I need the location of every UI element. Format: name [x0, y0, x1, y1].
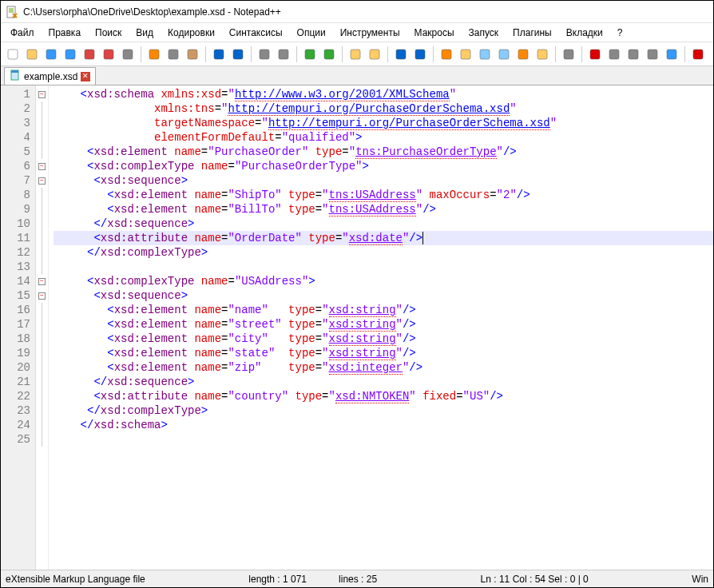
- menu-опции[interactable]: Опции: [291, 26, 332, 40]
- line-number: 6: [1, 159, 35, 173]
- fold-toggle-icon[interactable]: −: [38, 91, 46, 98]
- title-bar[interactable]: C:\Users\orpha\OneDrive\Desktop\example.…: [1, 1, 713, 23]
- code-line[interactable]: targetNamespace="http://tempuri.org/Purc…: [54, 116, 713, 130]
- svg-rect-14: [279, 50, 288, 59]
- zoom-in-icon[interactable]: [301, 46, 319, 63]
- func-list-icon[interactable]: [514, 46, 532, 63]
- copy-icon[interactable]: [165, 46, 182, 63]
- code-line[interactable]: elementFormDefault="qualified">: [54, 130, 713, 145]
- close-icon[interactable]: [81, 46, 98, 63]
- code-line[interactable]: </xsd:complexType>: [54, 403, 713, 418]
- indent-guide-icon[interactable]: [438, 46, 455, 63]
- monitor-icon[interactable]: [560, 46, 577, 63]
- sync-v-icon[interactable]: [347, 46, 364, 63]
- code-line[interactable]: <xsd:element name="street" type="xsd:str…: [54, 317, 713, 332]
- spellcheck-icon[interactable]: [689, 46, 707, 63]
- replace-icon[interactable]: [275, 46, 292, 63]
- line-number: 23: [1, 403, 35, 418]
- fold-toggle-icon[interactable]: −: [38, 278, 46, 285]
- svg-rect-9: [169, 50, 178, 59]
- sync-h-icon[interactable]: [366, 46, 383, 63]
- folder-icon[interactable]: [534, 46, 551, 63]
- code-line[interactable]: <xsd:element name="name" type="xsd:strin…: [54, 303, 713, 317]
- menu-вид[interactable]: Вид: [129, 26, 160, 40]
- doc-list-icon[interactable]: [495, 46, 513, 63]
- open-file-icon[interactable]: [23, 46, 41, 63]
- code-line[interactable]: <xsd:attribute name="country" type="xsd:…: [54, 389, 713, 403]
- status-lines: lines : 25: [339, 574, 377, 585]
- code-line[interactable]: <xsd:attribute name="OrderDate" type="xs…: [54, 231, 713, 245]
- menu-запуск[interactable]: Запуск: [462, 26, 506, 40]
- code-line[interactable]: [54, 432, 713, 447]
- svg-rect-3: [46, 50, 56, 59]
- code-line[interactable]: <xsd:element name="BillTo" type="tns:USA…: [54, 202, 713, 217]
- wordwrap-icon[interactable]: [392, 46, 410, 63]
- tab-label: example.xsd: [24, 71, 77, 82]
- menu-вкладки[interactable]: Вкладки: [560, 26, 609, 40]
- menu-?[interactable]: ?: [611, 26, 629, 40]
- code-line[interactable]: <xsd:sequence>: [54, 288, 713, 303]
- menu-файл[interactable]: Файл: [4, 26, 41, 40]
- code-line[interactable]: <xsd:element name="city" type="xsd:strin…: [54, 332, 713, 346]
- menu-макросы[interactable]: Макросы: [408, 26, 461, 40]
- code-line[interactable]: <xsd:element name="zip" type="xsd:intege…: [54, 360, 713, 375]
- find-icon[interactable]: [256, 46, 273, 63]
- menu-плагины[interactable]: Плагины: [506, 26, 558, 40]
- zoom-out-icon[interactable]: [320, 46, 338, 63]
- menu-bar: ФайлПравкаПоискВидКодировкиСинтаксисыОпц…: [1, 23, 713, 42]
- fold-toggle-icon[interactable]: −: [38, 163, 46, 170]
- play-icon[interactable]: [625, 46, 642, 63]
- code-line[interactable]: <xsd:element name="ShipTo" type="tns:USA…: [54, 188, 713, 202]
- save-icon[interactable]: [42, 46, 60, 63]
- toolbar-separator: [387, 46, 388, 62]
- print-icon[interactable]: [119, 46, 137, 63]
- code-line[interactable]: <xsd:complexType name="PurchaseOrderType…: [54, 159, 713, 173]
- code-line[interactable]: <xsd:sequence>: [54, 173, 713, 188]
- save-all-icon[interactable]: [61, 46, 79, 63]
- play-multi-icon[interactable]: [644, 46, 661, 63]
- stop-icon[interactable]: [605, 46, 623, 63]
- record-icon[interactable]: [586, 46, 604, 63]
- code-line[interactable]: </xsd:complexType>: [54, 245, 713, 260]
- line-number: 13: [1, 260, 35, 274]
- close-tab-icon[interactable]: ✕: [81, 72, 90, 81]
- code-line[interactable]: xmlns:tns="http://tempuri.org/PurchaseOr…: [54, 101, 713, 116]
- menu-поиск[interactable]: Поиск: [89, 26, 128, 40]
- code-line[interactable]: [54, 260, 713, 274]
- lang-icon[interactable]: [457, 46, 474, 63]
- close-all-icon[interactable]: [100, 46, 117, 63]
- code-line[interactable]: <xsd:schema xmlns:xsd="http://www.w3.org…: [54, 87, 713, 101]
- doc-map-icon[interactable]: [476, 46, 494, 63]
- line-number: 17: [1, 317, 35, 332]
- toolbar-separator: [141, 46, 141, 62]
- code-line[interactable]: </xsd:schema>: [54, 418, 713, 432]
- svg-rect-23: [480, 50, 490, 59]
- line-number: 16: [1, 303, 35, 317]
- save-macro-icon[interactable]: [663, 46, 680, 63]
- menu-инструменты[interactable]: Инструменты: [334, 26, 407, 40]
- toolbar-separator: [684, 46, 685, 62]
- svg-rect-12: [233, 50, 243, 59]
- show-all-icon[interactable]: [411, 46, 429, 63]
- code-line[interactable]: </xsd:sequence>: [54, 375, 713, 389]
- menu-правка[interactable]: Правка: [42, 26, 88, 40]
- code-line[interactable]: <xsd:element name="PurchaseOrder" type="…: [54, 145, 713, 159]
- code-line[interactable]: <xsd:element name="state" type="xsd:stri…: [54, 346, 713, 360]
- code-line[interactable]: </xsd:sequence>: [54, 217, 713, 231]
- new-file-icon[interactable]: [4, 46, 22, 63]
- fold-toggle-icon[interactable]: −: [38, 177, 46, 185]
- menu-кодировки[interactable]: Кодировки: [161, 26, 221, 40]
- line-number: 15: [1, 288, 35, 303]
- svg-rect-19: [396, 50, 406, 59]
- cut-icon[interactable]: [145, 46, 163, 63]
- redo-icon[interactable]: [229, 46, 247, 63]
- code-line[interactable]: <xsd:complexType name="USAddress">: [54, 274, 713, 288]
- tab-example-xsd[interactable]: example.xsd ✕: [4, 67, 96, 85]
- menu-синтаксисы[interactable]: Синтаксисы: [223, 26, 289, 40]
- code-area[interactable]: <xsd:schema xmlns:xsd="http://www.w3.org…: [49, 85, 713, 570]
- fold-toggle-icon[interactable]: −: [38, 292, 46, 300]
- line-number: 22: [1, 389, 35, 403]
- code-editor[interactable]: 1234567891011121314151617181920212223242…: [1, 85, 713, 570]
- undo-icon[interactable]: [210, 46, 228, 63]
- paste-icon[interactable]: [184, 46, 201, 63]
